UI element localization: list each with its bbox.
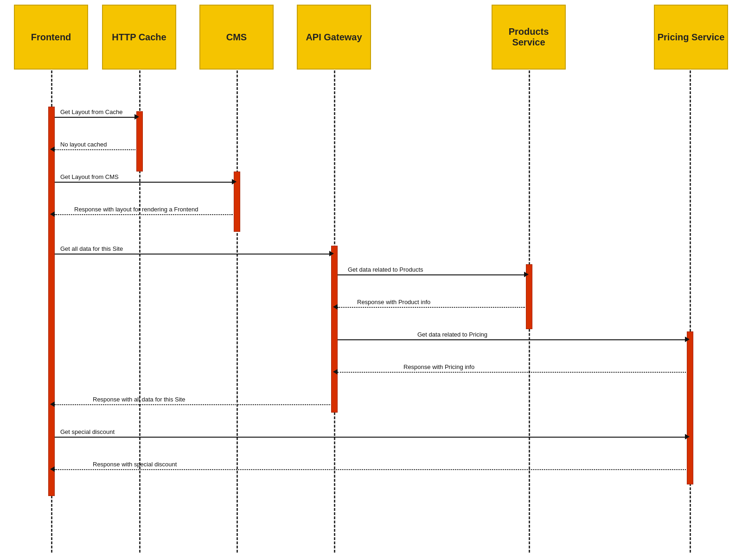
arrowhead-msg5 (329, 251, 334, 256)
actor-cms: CMS (199, 5, 274, 70)
arrow-msg12 (55, 469, 686, 470)
arrow-msg3 (55, 182, 233, 183)
arrow-msg7 (338, 307, 525, 308)
label-msg7: Response with Product info (357, 299, 430, 305)
label-msg1: Get Layout from Cache (60, 108, 122, 115)
label-msg6: Get data related to Products (348, 266, 423, 273)
arrow-msg11 (55, 437, 686, 438)
arrow-msg4 (55, 214, 233, 215)
arrowhead-msg10 (50, 401, 55, 407)
arrow-msg10 (55, 404, 330, 405)
label-msg10: Response with all data for this Site (93, 396, 185, 403)
actor-http-cache: HTTP Cache (102, 5, 176, 70)
arrowhead-msg6 (524, 272, 529, 277)
arrowhead-msg1 (134, 114, 139, 120)
arrow-msg2 (55, 149, 135, 150)
actor-products-service: Products Service (492, 5, 566, 70)
arrowhead-msg7 (333, 304, 338, 310)
label-msg4: Response with layout for rendering a Fro… (74, 206, 198, 213)
label-msg12: Response with special discount (93, 461, 177, 468)
arrow-msg1 (55, 117, 135, 118)
arrowhead-msg2 (50, 146, 55, 152)
arrowhead-msg12 (50, 466, 55, 472)
arrow-msg5 (55, 254, 330, 255)
actor-api-gateway: API Gateway (297, 5, 371, 70)
label-msg3: Get Layout from CMS (60, 173, 119, 180)
activation-frontend (48, 107, 55, 496)
arrow-msg8 (338, 339, 686, 340)
label-msg8: Get data related to Pricing (417, 331, 487, 338)
arrowhead-msg9 (333, 369, 338, 375)
arrowhead-msg4 (50, 211, 55, 217)
arrowhead-msg3 (232, 179, 237, 185)
label-msg5: Get all data for this Site (60, 245, 123, 252)
label-msg9: Response with Pricing info (403, 363, 474, 370)
arrow-msg9 (338, 372, 686, 373)
label-msg2: No layout cached (60, 141, 107, 148)
actor-pricing-service: Pricing Service (654, 5, 728, 70)
activation-api-gateway (331, 246, 338, 413)
label-msg11: Get special discount (60, 428, 115, 435)
arrowhead-msg8 (685, 337, 690, 342)
activation-pricing-service (687, 331, 693, 484)
lifeline-cms (237, 70, 238, 553)
actor-frontend: Frontend (14, 5, 88, 70)
arrowhead-msg11 (685, 434, 690, 439)
arrow-msg6 (338, 274, 525, 275)
sequence-diagram: Frontend HTTP Cache CMS API Gateway Prod… (0, 0, 742, 560)
activation-http-cache (136, 111, 143, 172)
